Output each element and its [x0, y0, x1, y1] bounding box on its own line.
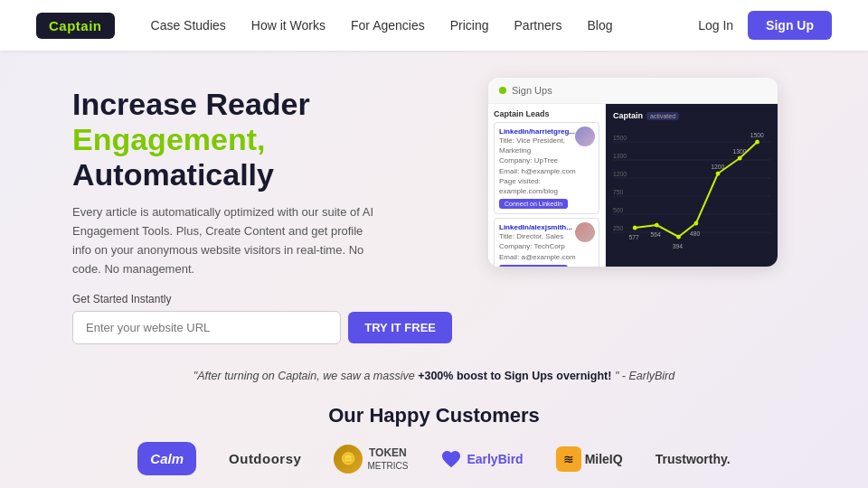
svg-text:1200: 1200	[711, 164, 724, 170]
hero-title-green: Engagement,	[72, 122, 265, 156]
status-dot	[499, 87, 506, 94]
chart-captain-label: Captain	[613, 111, 643, 120]
leads-panel: Captain Leads LinkedIn/harrietgreg... Ti…	[488, 104, 606, 267]
token-text: TOKENMETRICS	[367, 446, 408, 472]
svg-text:250: 250	[613, 225, 623, 231]
svg-point-14	[676, 235, 681, 239]
nav-partners[interactable]: Partners	[514, 18, 562, 33]
hero-title: Increase Reader Engagement, Automaticall…	[72, 87, 452, 192]
svg-text:1300: 1300	[732, 148, 746, 155]
customers-logos: Calm Outdoorsy 🪙 TOKENMETRICS EarlyBird …	[36, 442, 832, 475]
dashboard-header: Sign Ups	[488, 78, 778, 104]
try-it-free-button[interactable]: TRY IT FREE	[348, 312, 452, 343]
nav-actions: Log In Sign Up	[698, 11, 832, 40]
lead-avatar-1	[575, 127, 595, 146]
chart-panel: Captain activated 1500 1300	[606, 104, 778, 267]
hero-description: Every article is automatically optimized…	[72, 203, 380, 278]
svg-text:480: 480	[690, 230, 700, 237]
dashboard-mockup: Sign Ups Captain Leads LinkedIn/harrietg…	[488, 78, 778, 267]
customers-title: Our Happy Customers	[36, 404, 832, 427]
svg-point-13	[655, 223, 659, 228]
hero-section: Increase Reader Engagement, Automaticall…	[0, 51, 868, 362]
svg-text:394: 394	[673, 243, 683, 249]
svg-text:1500: 1500	[750, 132, 764, 138]
token-icon: 🪙	[334, 445, 363, 474]
nav-links: Case Studies How it Works For Agencies P…	[151, 18, 699, 33]
earlybird-icon	[440, 448, 462, 470]
customer-logo-outdoorsy: Outdoorsy	[229, 451, 301, 466]
svg-text:577: 577	[628, 234, 638, 240]
svg-point-18	[755, 140, 760, 145]
dashboard-body: Captain Leads LinkedIn/harrietgreg... Ti…	[488, 104, 778, 267]
bottom-section: Get So Much More From Your Articles ▶ Ca…	[0, 484, 868, 488]
lead-card-2: LinkedIn/alexjsmith... Title: Director, …	[494, 218, 599, 267]
signup-label: Sign Ups	[512, 85, 552, 96]
navigation: Captain Case Studies How it Works For Ag…	[0, 0, 868, 51]
nav-case-studies[interactable]: Case Studies	[151, 18, 226, 33]
customer-logo-earlybird: EarlyBird	[440, 448, 523, 470]
lead-card-1: LinkedIn/harrietgreg... Title: Vice Pres…	[494, 122, 599, 214]
leads-title: Captain Leads	[494, 109, 599, 118]
nav-how-it-works[interactable]: How it Works	[251, 18, 326, 33]
logo[interactable]: Captain	[36, 13, 115, 39]
nav-pricing[interactable]: Pricing	[450, 18, 489, 33]
svg-point-16	[716, 172, 721, 176]
svg-text:750: 750	[613, 189, 623, 195]
get-started-label: Get Started Instantly	[72, 293, 452, 305]
chart-area: 1500 1300 1200 750 500 250	[613, 124, 770, 250]
connect-button-2[interactable]: Connect on LinkedIn	[499, 265, 568, 267]
svg-point-15	[693, 221, 698, 226]
testimonial-attribution: " - EarlyBird	[615, 370, 675, 382]
nav-for-agencies[interactable]: For Agencies	[351, 18, 425, 33]
testimonial-text: "After turning on Captain, we saw a mass…	[193, 370, 418, 382]
customer-logo-calm: Calm	[137, 442, 196, 475]
url-input[interactable]	[72, 311, 341, 344]
svg-point-12	[633, 226, 637, 230]
connect-button-1[interactable]: Connect on LinkedIn	[499, 199, 568, 209]
svg-text:1500: 1500	[613, 135, 627, 141]
mileiq-icon: ≋	[556, 446, 581, 472]
logo-text: Captain	[49, 18, 102, 33]
lead-avatar-2	[575, 222, 595, 242]
nav-blog[interactable]: Blog	[587, 18, 612, 33]
signup-button[interactable]: Sign Up	[748, 11, 832, 40]
hero-left: Increase Reader Engagement, Automaticall…	[72, 78, 452, 344]
earlybird-text: EarlyBird	[467, 452, 523, 466]
customer-logo-token: 🪙 TOKENMETRICS	[334, 445, 408, 474]
login-button[interactable]: Log In	[698, 18, 733, 33]
testimonial: "After turning on Captain, we saw a mass…	[0, 362, 868, 389]
activated-badge: activated	[646, 112, 679, 120]
svg-text:1300: 1300	[613, 153, 627, 159]
customers-section: Our Happy Customers Calm Outdoorsy 🪙 TOK…	[0, 389, 868, 484]
chart-header: Captain activated	[613, 111, 770, 120]
svg-text:500: 500	[613, 207, 623, 213]
mileiq-text: MileIQ	[585, 452, 623, 466]
hero-title-line1: Increase Reader	[72, 87, 310, 121]
customer-logo-trustworthy: Trustworthy.	[656, 452, 731, 466]
cta-row: TRY IT FREE	[72, 311, 452, 344]
customer-logo-mileiq: ≋ MileIQ	[556, 446, 623, 472]
hero-title-line2: Automatically	[72, 157, 274, 192]
testimonial-highlight: +300% boost to Sign Ups overnight!	[418, 370, 611, 382]
svg-point-17	[738, 156, 742, 161]
svg-text:1200: 1200	[613, 171, 627, 177]
svg-text:564: 564	[651, 231, 661, 238]
